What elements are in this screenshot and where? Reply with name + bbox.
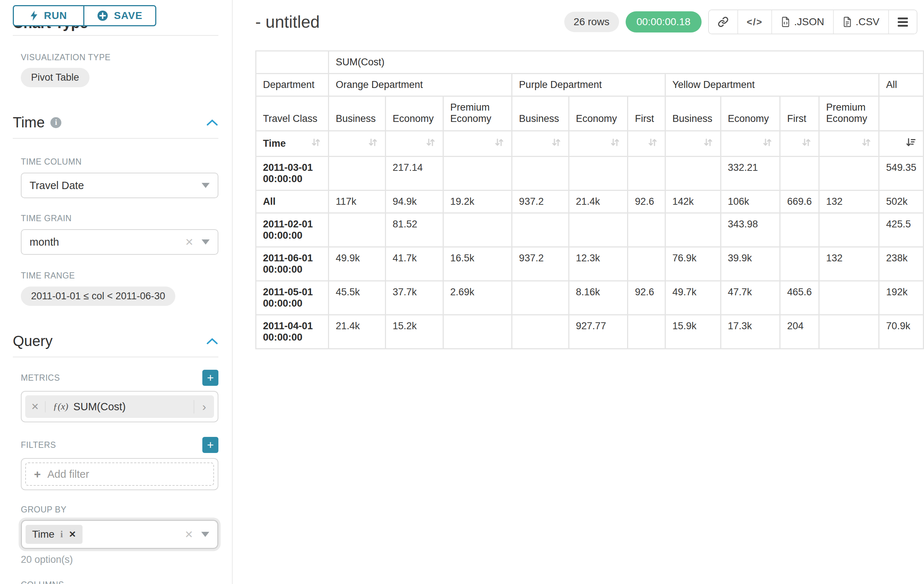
run-button[interactable]: RUN [13, 5, 84, 26]
time-dimension-label: Time [263, 138, 286, 149]
column-sort-cell[interactable] [665, 131, 721, 156]
caret-down-icon[interactable] [201, 532, 209, 537]
sort-desc-icon[interactable] [905, 137, 916, 151]
column-sort-cell[interactable] [443, 131, 512, 156]
row-header: 2011-05-01 00:00:00 [256, 281, 329, 315]
pivot-table: SUM(Cost)DepartmentOrange DepartmentPurp… [255, 50, 924, 349]
value-cell: 70.9k [879, 315, 924, 349]
group-by-options-count: 20 option(s) [21, 554, 218, 565]
value-cell: 21.4k [569, 191, 628, 213]
time-collapse-chevron-icon[interactable] [206, 119, 218, 126]
value-cell: 132 [819, 247, 879, 281]
group-by-select[interactable]: Timei✕ ✕ [21, 520, 218, 549]
sort-icon[interactable] [310, 137, 322, 151]
select-value: month [30, 236, 185, 248]
export-csv-button[interactable]: .CSV [833, 10, 888, 34]
menu-icon [898, 18, 908, 26]
tag-remove-icon[interactable]: ✕ [69, 529, 76, 540]
value-cell: 81.52 [385, 213, 443, 247]
time-section-title: Time [13, 114, 45, 131]
add-filter-plus-button[interactable]: + [202, 437, 218, 453]
value-cell [443, 213, 512, 247]
column-sort-cell[interactable] [819, 131, 879, 156]
embed-code-button[interactable]: </> [738, 10, 772, 34]
sort-icon[interactable] [551, 137, 562, 151]
time-range-pill[interactable]: 2011-01-01 ≤ col < 2011-06-30 [21, 286, 175, 306]
column-group-header: Orange Department [329, 74, 512, 96]
column-sort-cell[interactable] [385, 131, 443, 156]
save-button[interactable]: SAVE [83, 5, 156, 26]
caret-down-icon[interactable] [201, 239, 210, 245]
column-sort-cell[interactable] [512, 131, 569, 156]
metric-label: SUM(Cost) [73, 401, 125, 413]
sort-icon[interactable] [801, 137, 812, 151]
plus-icon: + [34, 467, 41, 481]
page-title[interactable]: - untitled [255, 12, 320, 32]
sort-icon[interactable] [703, 137, 714, 151]
filters-label: FILTERS [21, 440, 56, 450]
section-divider [13, 35, 218, 36]
column-header: Premium Economy [443, 96, 512, 131]
column-group-header: All [879, 74, 924, 96]
group-by-label: GROUP BY [21, 505, 218, 515]
value-cell [628, 213, 665, 247]
remove-metric-icon[interactable]: ✕ [25, 401, 46, 413]
time-column-select[interactable]: Travel Date [21, 173, 218, 198]
sort-icon[interactable] [861, 137, 872, 151]
time-range-label: TIME RANGE [21, 271, 218, 281]
caret-down-icon[interactable] [201, 183, 210, 188]
value-cell: 92.6 [628, 281, 665, 315]
metric-chip[interactable]: ✕ ƒ(x) SUM(Cost) › [25, 395, 214, 418]
file-json-icon [781, 16, 790, 27]
value-cell [819, 315, 879, 349]
pivot-corner-cell [256, 51, 329, 74]
share-link-button[interactable] [709, 10, 738, 34]
time-sort-cell[interactable]: Time [256, 131, 329, 156]
time-column-label: TIME COLUMN [21, 157, 218, 167]
column-sort-cell[interactable] [780, 131, 819, 156]
column-group-header: Purple Department [512, 74, 665, 96]
select-value: Travel Date [30, 179, 201, 192]
table-row: 2011-03-01 00:00:00217.14332.21549.35 [256, 156, 924, 191]
clear-icon[interactable]: ✕ [185, 528, 193, 541]
column-sort-cell[interactable] [721, 131, 780, 156]
viz-type-pill[interactable]: Pivot Table [21, 68, 89, 87]
value-cell: 8.16k [569, 281, 628, 315]
value-cell: 106k [721, 191, 780, 213]
sort-icon[interactable] [762, 137, 773, 151]
sort-icon[interactable] [494, 137, 505, 151]
columns-label: COLUMNS [21, 580, 218, 584]
export-json-label: .JSON [794, 16, 824, 28]
add-metric-button[interactable]: + [202, 370, 218, 386]
menu-button[interactable] [888, 10, 917, 34]
value-cell [443, 315, 512, 349]
value-cell [329, 156, 386, 191]
section-divider [13, 138, 218, 139]
main-panel: - untitled 26 rows 00:00:00.18 </> [233, 0, 924, 584]
sort-icon[interactable] [425, 137, 436, 151]
plus-circle-icon [97, 10, 108, 21]
export-json-button[interactable]: .JSON [771, 10, 833, 34]
sort-icon[interactable] [647, 137, 658, 151]
column-header: Business [665, 96, 721, 131]
clear-icon[interactable]: ✕ [185, 236, 193, 248]
column-sort-cell[interactable] [569, 131, 628, 156]
column-group-header: Yellow Department [665, 74, 879, 96]
value-cell: 204 [780, 315, 819, 349]
value-cell [819, 213, 879, 247]
sort-icon[interactable] [367, 137, 378, 151]
add-filter-button[interactable]: + Add filter [25, 462, 214, 486]
sort-icon[interactable] [610, 137, 620, 151]
metrics-label: METRICS [21, 373, 60, 383]
row-header: 2011-06-01 00:00:00 [256, 247, 329, 281]
column-header: First [628, 96, 665, 131]
value-cell [569, 156, 628, 191]
column-sort-cell[interactable] [628, 131, 665, 156]
column-header: Business [329, 96, 386, 131]
column-sort-cell[interactable] [879, 131, 924, 156]
query-collapse-chevron-icon[interactable] [206, 337, 218, 345]
column-sort-cell[interactable] [329, 131, 386, 156]
expand-metric-icon[interactable]: › [193, 400, 214, 413]
value-cell: 17.3k [721, 315, 780, 349]
time-grain-select[interactable]: month ✕ [21, 229, 218, 255]
